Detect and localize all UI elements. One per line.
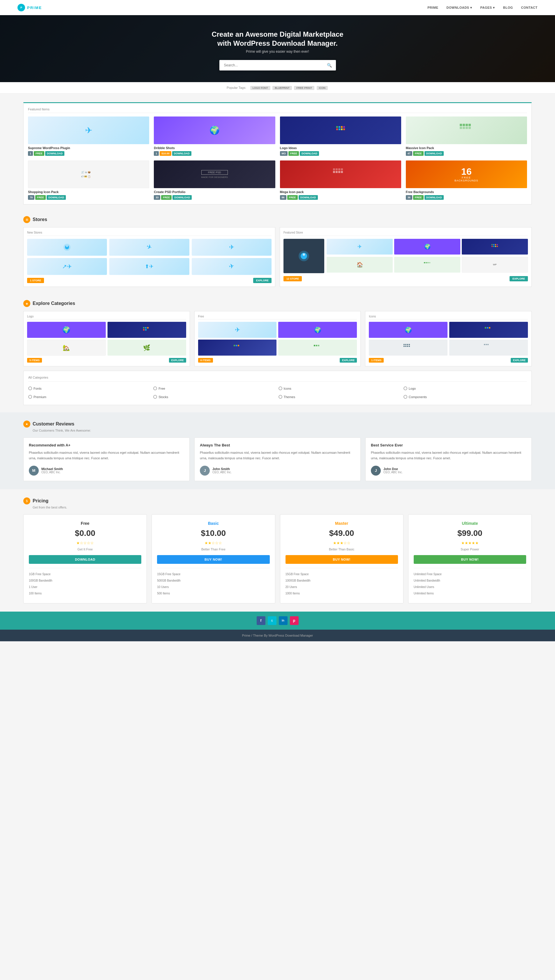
svg-rect-64	[407, 346, 408, 347]
item-count-7[interactable]: 36	[406, 195, 412, 200]
search-input[interactable]	[220, 60, 323, 70]
item-actions-1: 1 $10.00 DOWNLOAD	[154, 151, 275, 156]
item-price-1[interactable]: $10.00	[160, 151, 171, 156]
item-count-3[interactable]: 47	[406, 151, 412, 156]
featured-store-grid: ✈ 🌍 🏠 WP	[327, 239, 528, 273]
featured-store-btns: 12 STORE EXPLORE	[284, 276, 528, 281]
nav-downloads[interactable]: DOWNLOADS ▾	[447, 6, 472, 10]
svg-rect-48	[145, 329, 146, 331]
item-card-4[interactable]: 🛒 🗂 📦🏷 💳 📋 Shopping Icon Pack 79 FREE DO…	[28, 160, 149, 200]
item-card-0[interactable]: ✈ Supreme WordPress Plugin 1 FREE DOWNLO…	[28, 117, 149, 156]
cat-item-components[interactable]: Components	[404, 394, 527, 400]
featured-store-count-btn[interactable]: 12 STORE	[284, 276, 302, 281]
tags-label: Popular Tags:	[227, 86, 246, 90]
cat-item-premium[interactable]: Premium	[28, 394, 151, 400]
cat-logo-explore[interactable]: EXPLORE	[169, 358, 186, 363]
reviews-grid: Recommended with A+ Phasellus sollicitud…	[23, 437, 532, 481]
cat-icons-count[interactable]: 1 ITEMS	[369, 358, 384, 363]
item-count-5[interactable]: 33	[154, 195, 160, 200]
tag-0[interactable]: LOGO FONT	[250, 86, 270, 90]
cat-item-logo[interactable]: Logo	[404, 385, 527, 392]
item-card-1[interactable]: 🌍 Dribble Shots 1 $10.00 DOWNLOAD	[154, 117, 275, 156]
cat-item-fonts[interactable]: Fonts	[28, 385, 151, 392]
cat-icons-explore[interactable]: EXPLORE	[511, 358, 528, 363]
cat-item-stocks[interactable]: Stocks	[153, 394, 276, 400]
social-facebook[interactable]: f	[257, 616, 265, 625]
item-actions-6: 86 FREE DOWNLOAD	[280, 195, 401, 200]
reviewer-2: J John Doe CEO, ABC Inc.	[371, 466, 526, 476]
item-count-2[interactable]: MO	[280, 151, 288, 156]
item-count-0[interactable]: 1	[28, 151, 33, 156]
svg-rect-44	[143, 327, 144, 328]
item-free-6[interactable]: FREE	[287, 195, 298, 200]
item-dl-3[interactable]: DOWNLOAD	[425, 151, 444, 156]
item-card-2[interactable]: Logo Ideas MO FREE DOWNLOAD	[280, 117, 401, 156]
social-pinterest[interactable]: p	[290, 616, 298, 625]
item-card-7[interactable]: 16 FREE BACKGROUNDS Free Backgrounds 36 …	[406, 160, 527, 200]
svg-rect-23	[335, 171, 338, 173]
nav-contact[interactable]: CONTACT	[521, 6, 537, 9]
cat-free-count[interactable]: 6 ITEMS	[198, 358, 213, 363]
svg-rect-24	[338, 171, 340, 173]
plan-stars-basic: ★★☆☆☆	[157, 541, 269, 545]
cat-item-free[interactable]: Free	[153, 385, 276, 392]
item-dl-2[interactable]: DOWNLOAD	[300, 151, 319, 156]
cat-item-themes[interactable]: Themes	[279, 394, 402, 400]
cat-free-explore[interactable]: EXPLORE	[340, 358, 357, 363]
hero-title: Create an Awesome Digital Marketplace wi…	[212, 30, 343, 48]
item-dl-7[interactable]: DOWNLOAD	[425, 195, 444, 200]
item-dl-6[interactable]: DOWNLOAD	[298, 195, 318, 200]
item-free-4[interactable]: FREE	[35, 195, 46, 200]
item-dl-1[interactable]: DOWNLOAD	[172, 151, 191, 156]
plan-btn-free[interactable]: DOWNLOAD	[29, 555, 141, 564]
svg-rect-50	[236, 345, 237, 346]
featured-store-layout: ✈ 🌍 🏠 WP	[284, 239, 528, 273]
item-card-5[interactable]: FREE PSD MADE FOR DESIGNERS Create PSD P…	[154, 160, 275, 200]
item-card-6[interactable]: Mega Icon pack 86 FREE DOWNLOAD	[280, 160, 401, 200]
search-button[interactable]: 🔍	[323, 60, 336, 70]
svg-rect-21	[341, 168, 343, 170]
categories-header: ◈ Explore Categories	[23, 300, 532, 307]
nav-blog[interactable]: BLOG	[503, 6, 513, 9]
item-free-3[interactable]: FREE	[413, 151, 423, 156]
cat-logo-count[interactable]: 5 ITEMS	[27, 358, 42, 363]
svg-rect-19	[335, 168, 338, 170]
item-free-5[interactable]: FREE	[161, 195, 172, 200]
stores-header: ⊞ Stores	[23, 216, 532, 223]
item-thumb-1: 🌍	[154, 117, 275, 144]
all-cats-grid: Fonts Free Icons Logo Premium Stocks	[28, 385, 527, 400]
reviews-title: Customer Reviews	[33, 421, 74, 427]
plan-stars-free: ★☆☆☆☆	[29, 541, 141, 545]
item-thumb-3	[406, 117, 527, 144]
social-linkedin[interactable]: in	[279, 616, 287, 625]
cat-item-icons[interactable]: Icons	[279, 385, 402, 392]
item-dl-0[interactable]: DOWNLOAD	[45, 151, 64, 156]
social-twitter[interactable]: t	[268, 616, 276, 625]
plan-btn-ultimate[interactable]: BUY NOW!	[414, 555, 526, 564]
plan-btn-master[interactable]: BUY NOW!	[286, 555, 398, 564]
tag-3[interactable]: ICON	[317, 86, 328, 90]
item-actions-3: 47 FREE DOWNLOAD	[406, 151, 527, 156]
store-explore-btn[interactable]: EXPLORE	[253, 278, 271, 283]
item-dl-5[interactable]: DOWNLOAD	[172, 195, 192, 200]
svg-rect-0	[336, 126, 338, 128]
item-free-2[interactable]: FREE	[289, 151, 299, 156]
item-free-7[interactable]: FREE	[413, 195, 423, 200]
nav-pages[interactable]: PAGES ▾	[480, 6, 495, 10]
brand[interactable]: P PRIME	[18, 4, 42, 11]
nav-prime[interactable]: PRIME	[427, 6, 438, 9]
hero-subtitle: Prime will give you easier way then ever…	[246, 50, 309, 54]
tag-2[interactable]: FREE PRINT	[294, 86, 314, 90]
cat-icons-btns: 1 ITEMS EXPLORE	[369, 358, 528, 363]
item-count-6[interactable]: 86	[280, 195, 286, 200]
plan-btn-basic[interactable]: BUY NOW!	[157, 555, 269, 564]
item-count-4[interactable]: 79	[28, 195, 34, 200]
plan-name-ultimate: Ultimate	[414, 521, 526, 526]
item-dl-4[interactable]: DOWNLOAD	[47, 195, 66, 200]
item-count-1[interactable]: 1	[154, 151, 159, 156]
tag-1[interactable]: BLUEPRINT	[273, 86, 292, 90]
store-count-btn[interactable]: 1 STORE	[27, 278, 44, 283]
item-free-0[interactable]: FREE	[34, 151, 44, 156]
item-card-3[interactable]: Massive Icon Pack 47 FREE DOWNLOAD	[406, 117, 527, 156]
featured-store-explore-btn[interactable]: EXPLORE	[510, 276, 528, 281]
